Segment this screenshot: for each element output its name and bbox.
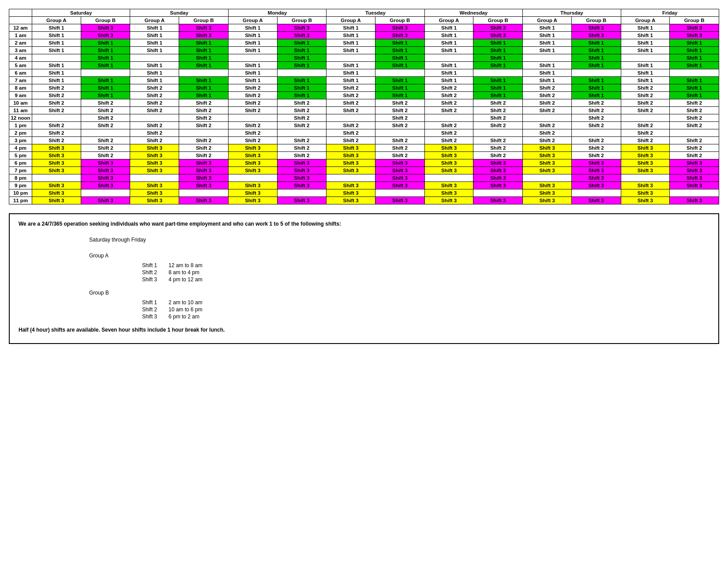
sat-gb-12am: Shift 3 xyxy=(81,24,130,32)
thu-ga-8am: Shift 2 xyxy=(523,84,572,92)
thu-gb-6am xyxy=(571,69,621,77)
fri-ga-4pm: Shift 3 xyxy=(621,144,670,152)
wed-gb-3am: Shift 1 xyxy=(473,47,523,54)
sat-ga-1pm: Shift 2 xyxy=(32,122,81,129)
time-6am: 6 am xyxy=(9,69,32,77)
time-5am: 5 am xyxy=(9,62,32,69)
mon-ga-9am: Shift 2 xyxy=(228,92,277,99)
sat-ga-3am: Shift 1 xyxy=(32,47,81,54)
wed-gb-5am: Shift 1 xyxy=(473,62,523,69)
sat-ga-4pm: Shift 3 xyxy=(32,144,81,152)
sun-ga-6am: Shift 1 xyxy=(130,69,179,77)
tue-gb-7am: Shift 1 xyxy=(375,77,425,84)
fri-gb-3pm: Shift 2 xyxy=(670,137,719,144)
thu-gb-12am: Shift 3 xyxy=(571,24,621,32)
time-2am: 2 am xyxy=(9,39,32,47)
tue-gb-2am: Shift 1 xyxy=(375,39,425,47)
thu-ga-9pm: Shift 3 xyxy=(523,182,572,189)
thu-ga-2am: Shift 1 xyxy=(523,39,572,47)
wed-gb-2pm xyxy=(473,129,523,137)
wed-gb-5pm: Shift 2 xyxy=(473,152,523,159)
sun-ga-6pm: Shift 3 xyxy=(130,159,179,167)
row-5am: 5 am Shift 1 Shift 1 Shift 1 Shift 1 Shi… xyxy=(9,62,719,69)
thu-gb-4pm: Shift 2 xyxy=(571,144,621,152)
sat-gb-5pm: Shift 2 xyxy=(81,152,130,159)
sat-ga-10pm: Shift 3 xyxy=(32,189,81,197)
sun-gb-12noon: Shift 2 xyxy=(179,114,229,122)
tue-ga-5am: Shift 1 xyxy=(326,62,375,69)
thu-gb-9am: Shift 1 xyxy=(571,92,621,99)
mon-gb-6pm: Shift 3 xyxy=(277,159,326,167)
sun-ga-9pm: Shift 3 xyxy=(130,182,179,189)
thu-ga-5pm: Shift 3 xyxy=(523,152,572,159)
fri-gb-1am: Shift 3 xyxy=(670,32,719,39)
info-groupa-s2-time: 8 am to 4 pm xyxy=(169,269,199,276)
schedule-table: Saturday Sunday Monday Tuesday Wednesday… xyxy=(9,9,719,204)
sat-gb-9am: Shift 1 xyxy=(81,92,130,99)
wed-gb-11am: Shift 2 xyxy=(473,107,523,114)
row-12am: 12 am Shift 1 Shift 3 Shift 1 Shift 3 Sh… xyxy=(9,24,719,32)
wed-ga-11am: Shift 2 xyxy=(424,107,473,114)
wed-gb-6am xyxy=(473,69,523,77)
tue-ga: Group A xyxy=(326,17,375,24)
sat-gb-4pm: Shift 2 xyxy=(81,144,130,152)
wed-ga-2pm: Shift 2 xyxy=(424,129,473,137)
info-groupb-s3-label: Shift 3 xyxy=(142,314,169,320)
sat-gb-1pm: Shift 2 xyxy=(81,122,130,129)
mon-ga-5pm: Shift 3 xyxy=(228,152,277,159)
sun-gb-6am xyxy=(179,69,229,77)
fri-ga-11am: Shift 2 xyxy=(621,107,670,114)
mon-gb-4pm: Shift 2 xyxy=(277,144,326,152)
tue-ga-5pm: Shift 3 xyxy=(326,152,375,159)
sat-ga-11am: Shift 2 xyxy=(32,107,81,114)
wed-ga-6am: Shift 1 xyxy=(424,69,473,77)
fri-ga-1pm: Shift 2 xyxy=(621,122,670,129)
row-5pm: 5 pm Shift 3 Shift 2 Shift 3 Shift 2 Shi… xyxy=(9,152,719,159)
wed-ga-10am: Shift 2 xyxy=(424,99,473,107)
wed-gb-8pm: Shift 3 xyxy=(473,174,523,182)
wed-gb-8am: Shift 1 xyxy=(473,84,523,92)
sun-ga-10am: Shift 2 xyxy=(130,99,179,107)
thu-ga-10pm: Shift 3 xyxy=(523,189,572,197)
fri-gb-2pm xyxy=(670,129,719,137)
fri-ga-12noon xyxy=(621,114,670,122)
tue-gb-5pm: Shift 2 xyxy=(375,152,425,159)
mon-gb-9am: Shift 1 xyxy=(277,92,326,99)
tue-gb-10am: Shift 2 xyxy=(375,99,425,107)
info-groupb-s2-time: 10 am to 6 pm xyxy=(169,306,203,313)
wed-ga-3pm: Shift 2 xyxy=(424,137,473,144)
sun-gb-5am: Shift 1 xyxy=(179,62,229,69)
mon-gb-8pm: Shift 3 xyxy=(277,174,326,182)
info-groupb-s2: Shift 2 10 am to 6 pm xyxy=(142,306,709,313)
thu-ga-12noon xyxy=(523,114,572,122)
sun-gb-7pm: Shift 3 xyxy=(179,167,229,174)
row-8pm: 8 pm Shift 3 Shift 3 Shift 3 Shift 3 Shi… xyxy=(9,174,719,182)
mon-ga-4am xyxy=(228,54,277,62)
sun-gb-3pm: Shift 2 xyxy=(179,137,229,144)
fri-ga-6pm: Shift 3 xyxy=(621,159,670,167)
sat-ga-11pm: Shift 3 xyxy=(32,197,81,204)
thu-ga-7am: Shift 1 xyxy=(523,77,572,84)
sat-ga: Group A xyxy=(32,17,81,24)
thu-ga-7pm: Shift 3 xyxy=(523,167,572,174)
tue-ga-9am: Shift 2 xyxy=(326,92,375,99)
sat-ga-9pm: Shift 3 xyxy=(32,182,81,189)
mon-ga: Group A xyxy=(228,17,277,24)
row-1pm: 1 pm Shift 2 Shift 2 Shift 2 Shift 2 Shi… xyxy=(9,122,719,129)
row-6am: 6 am Shift 1 Shift 1 Shift 1 Shift 1 Shi… xyxy=(9,69,719,77)
time-4am: 4 am xyxy=(9,54,32,62)
tue-ga-3am: Shift 1 xyxy=(326,47,375,54)
info-groupb-s1: Shift 1 2 am to 10 am xyxy=(142,299,709,306)
row-11pm: 11 pm Shift 3 Shift 3 Shift 3 Shift 3 Sh… xyxy=(9,197,719,204)
wed-gb-12noon: Shift 2 xyxy=(473,114,523,122)
wed-ga-12noon xyxy=(424,114,473,122)
mon-gb-11pm: Shift 3 xyxy=(277,197,326,204)
sun-gb-4pm: Shift 2 xyxy=(179,144,229,152)
info-groupa-s1: Shift 1 12 am to 8 am xyxy=(142,262,709,268)
sun-ga-5am: Shift 1 xyxy=(130,62,179,69)
time-4pm: 4 pm xyxy=(9,144,32,152)
fri-gb-4pm: Shift 2 xyxy=(670,144,719,152)
tue-ga-3pm: Shift 2 xyxy=(326,137,375,144)
wed-gb-10pm xyxy=(473,189,523,197)
sun-gb: Group B xyxy=(179,17,229,24)
